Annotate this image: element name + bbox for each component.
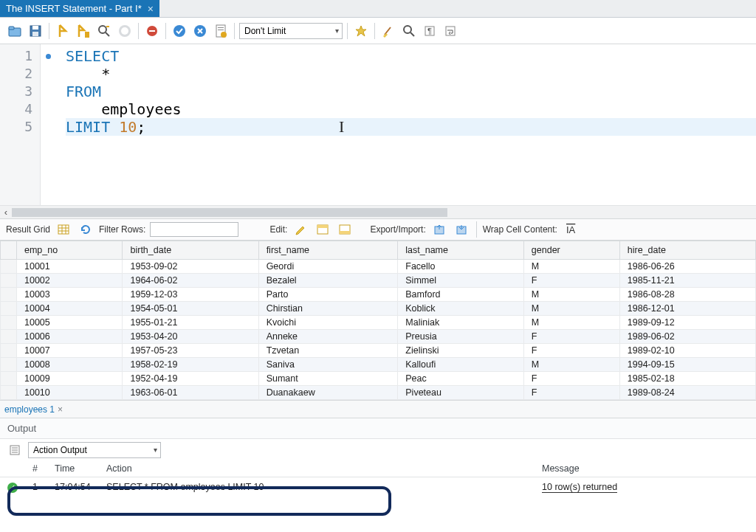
line-gutter: 12345 (0, 44, 41, 205)
beautify-icon[interactable] (352, 22, 370, 40)
col-index: # (25, 460, 47, 477)
result-tab[interactable]: employees 1 × (4, 404, 63, 415)
column-header[interactable]: birth_date (123, 241, 258, 260)
table-row[interactable]: 100071957-05-23TzvetanZielinskiF1989-02-… (1, 344, 756, 358)
svg-point-6 (99, 26, 106, 33)
editor-hscrollbar[interactable]: ‹ (0, 205, 756, 218)
svg-rect-34 (340, 231, 350, 234)
svg-rect-5 (85, 32, 89, 38)
svg-rect-18 (218, 30, 224, 30)
table-row[interactable]: 100061953-04-20AnnekePreusiaF1989-06-02 (1, 330, 756, 344)
scrollbar-thumb[interactable] (12, 208, 447, 217)
svg-point-12 (173, 25, 185, 37)
table-row[interactable]: 100021964-06-02BezalelSimmelF1985-11-21 (1, 274, 756, 288)
svg-rect-32 (317, 225, 328, 228)
action-row[interactable]: ✓ 1 17:04:54 SELECT * FROM employees LIM… (0, 477, 756, 497)
svg-rect-25 (446, 27, 455, 35)
tab-title: The INSERT Statement - Part I* (6, 3, 142, 14)
result-tabs: employees 1 × (0, 400, 756, 418)
output-bar: Action Output (0, 438, 756, 460)
edit-label: Edit: (269, 224, 287, 235)
wrap-cell-icon[interactable]: IA (562, 221, 580, 238)
scroll-left-icon[interactable]: ‹ (0, 207, 12, 218)
invisible-chars-icon[interactable]: ¶ (421, 22, 439, 40)
toggle-autocommit-icon[interactable] (143, 22, 161, 40)
svg-line-22 (410, 32, 414, 36)
filter-input[interactable] (150, 222, 238, 237)
save-script-icon[interactable] (212, 22, 230, 40)
query-toolbar: Don't Limit ¶ (0, 18, 756, 44)
execute-current-icon[interactable] (75, 22, 92, 40)
result-toolbar: Result Grid Filter Rows: Edit: Export/Im… (0, 218, 756, 241)
save-file-icon[interactable] (27, 22, 44, 40)
filter-rows-label: Filter Rows: (99, 224, 145, 235)
svg-rect-11 (149, 30, 155, 32)
svg-line-20 (385, 27, 391, 35)
refresh-icon[interactable] (77, 221, 94, 238)
text-cursor-icon: I (339, 118, 344, 136)
table-row[interactable]: 100051955-01-21KvoichiMaliniakM1989-09-1… (1, 316, 756, 330)
svg-line-7 (106, 32, 109, 36)
sql-editor[interactable]: 12345 SELECT * FROM employees LIMIT 10;I (0, 44, 756, 205)
col-action: Action (99, 460, 535, 477)
editor-tab[interactable]: The INSERT Statement - Part I* × (0, 0, 159, 17)
column-header[interactable]: hire_date (619, 241, 755, 260)
result-grid[interactable]: emp_nobirth_datefirst_namelast_namegende… (0, 241, 756, 400)
table-row[interactable]: 100011953-09-02GeordiFacelloM1986-06-26 (1, 260, 756, 274)
edit-grid2-icon[interactable] (336, 221, 354, 238)
find-icon[interactable] (400, 22, 418, 40)
import-icon[interactable] (453, 221, 470, 238)
editor-tab-bar: The INSERT Statement - Part I* × (0, 0, 756, 18)
commit-icon[interactable] (171, 22, 188, 40)
table-row[interactable]: 100081958-02-19SanivaKalloufiM1994-09-15 (1, 358, 756, 372)
output-list-icon[interactable] (6, 441, 24, 459)
limit-dropdown[interactable]: Don't Limit (239, 23, 343, 39)
export-import-label: Export/Import: (370, 224, 425, 235)
edit-grid1-icon[interactable] (314, 221, 331, 238)
svg-text:¶: ¶ (427, 27, 432, 35)
column-header[interactable]: last_name (398, 241, 524, 260)
close-icon[interactable]: × (58, 404, 63, 415)
code-area[interactable]: SELECT * FROM employees LIMIT 10;I (41, 44, 756, 205)
grid-view-icon[interactable] (55, 221, 72, 238)
column-header[interactable]: emp_no (17, 241, 123, 260)
wrap-cell-label: Wrap Cell Content: (483, 224, 557, 235)
table-row[interactable]: 100091952-04-19SumantPeacF1985-02-18 (1, 372, 756, 386)
close-icon[interactable]: × (148, 3, 154, 15)
output-header: Output (0, 418, 756, 438)
svg-text:IA: IA (566, 224, 576, 235)
svg-point-21 (404, 26, 411, 33)
output-type-dropdown[interactable]: Action Output (28, 442, 161, 458)
edit-pencil-icon[interactable] (292, 221, 309, 238)
result-grid-label: Result Grid (6, 224, 50, 235)
table-row[interactable]: 100041954-05-01ChirstianKoblickM1986-12-… (1, 302, 756, 316)
svg-rect-26 (58, 225, 69, 234)
broom-icon[interactable] (379, 22, 397, 40)
stop-icon[interactable] (116, 22, 134, 40)
column-header[interactable]: first_name (258, 241, 398, 260)
rollback-icon[interactable] (191, 22, 209, 40)
svg-rect-17 (218, 27, 224, 28)
action-output-table: # Time Action Message ✓ 1 17:04:54 SELEC… (0, 460, 756, 497)
svg-point-9 (121, 27, 128, 35)
wrap-icon[interactable] (441, 22, 459, 40)
export-icon[interactable] (430, 221, 448, 238)
svg-rect-4 (32, 32, 38, 36)
execute-icon[interactable] (54, 22, 72, 40)
svg-point-19 (221, 32, 227, 38)
open-file-icon[interactable] (6, 22, 24, 40)
success-icon: ✓ (7, 483, 18, 493)
result-grid-area: emp_nobirth_datefirst_namelast_namegende… (0, 241, 756, 400)
col-time: Time (47, 460, 99, 477)
col-message: Message (535, 460, 756, 477)
svg-rect-3 (32, 26, 38, 30)
column-header[interactable]: gender (523, 241, 619, 260)
explain-icon[interactable] (95, 22, 113, 40)
table-row[interactable]: 100101963-06-01DuanakaewPiveteauF1989-08… (1, 386, 756, 400)
svg-rect-1 (9, 27, 14, 30)
table-row[interactable]: 100031959-12-03PartoBamfordM1986-08-28 (1, 288, 756, 302)
